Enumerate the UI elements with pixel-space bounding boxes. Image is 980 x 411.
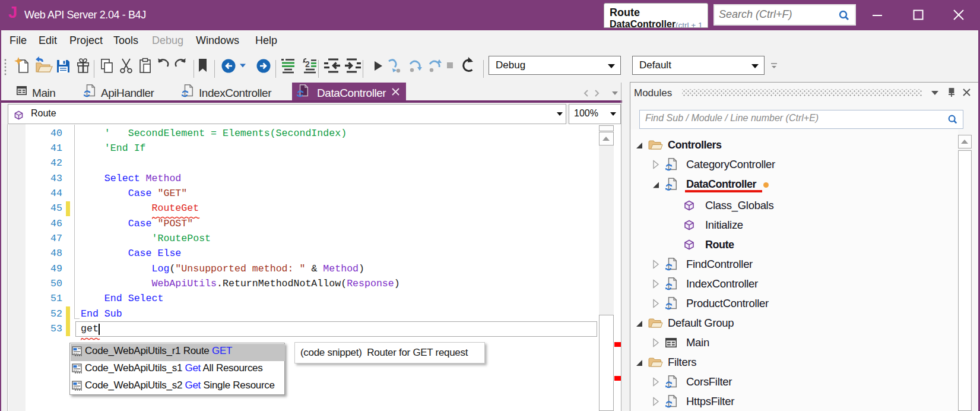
svg-text:2: 2	[305, 59, 310, 69]
